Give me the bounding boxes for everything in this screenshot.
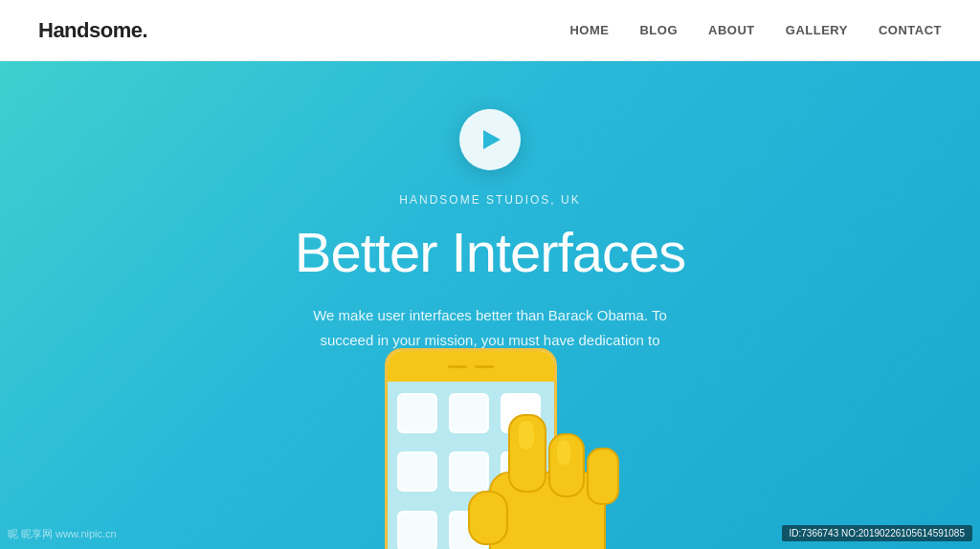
app-icon-1 <box>397 393 437 433</box>
svg-rect-5 <box>519 421 534 450</box>
nav-home[interactable]: HOME <box>569 23 609 37</box>
svg-rect-1 <box>469 492 507 544</box>
phone-top-bar <box>388 351 554 382</box>
phone-notch2 <box>475 365 494 368</box>
site-header: Handsome. HOME BLOG ABOUT GALLERY CONTAC… <box>0 0 980 61</box>
app-icon-4 <box>397 451 437 492</box>
nav-blog[interactable]: BLOG <box>639 23 678 37</box>
hero-illustration <box>327 329 653 549</box>
play-button[interactable] <box>459 109 521 170</box>
hero-subtitle: HANDSOME STUDIOS, UK <box>399 193 580 207</box>
svg-rect-4 <box>588 449 618 504</box>
hero-title: Better Interfaces <box>295 220 686 284</box>
nav-contact[interactable]: CONTACT <box>879 23 942 37</box>
hero-section: HANDSOME STUDIOS, UK Better Interfaces W… <box>0 61 980 549</box>
svg-rect-6 <box>557 440 570 465</box>
nipic-watermark: 昵 昵享网 www.nipic.cn <box>8 527 117 541</box>
phone-notch <box>448 365 467 368</box>
main-nav: HOME BLOG ABOUT GALLERY CONTACT <box>569 23 942 37</box>
app-icon-7 <box>397 511 437 549</box>
nav-about[interactable]: ABOUT <box>708 23 755 37</box>
nav-gallery[interactable]: GALLERY <box>786 23 848 37</box>
id-watermark: ID:7366743 NO:20190226105614591085 <box>782 525 973 541</box>
hand-illustration <box>452 386 643 549</box>
site-logo[interactable]: Handsome. <box>38 18 147 43</box>
